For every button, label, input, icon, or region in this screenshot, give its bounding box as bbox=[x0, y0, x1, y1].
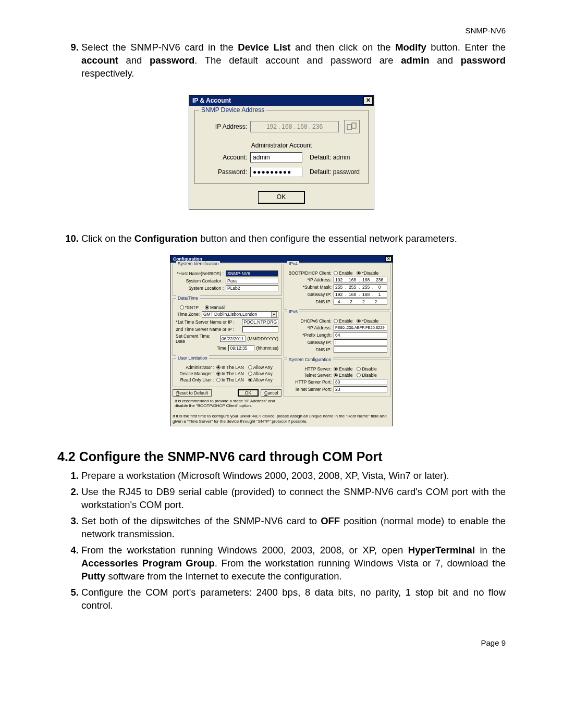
contactor-input[interactable]: Para bbox=[226, 278, 278, 284]
reset-default-button[interactable]: Reset to Default bbox=[173, 389, 212, 397]
ipv4-group: IPv4 BOOTP/DHCP Client: Enable *Disable … bbox=[284, 264, 390, 310]
dhcpv6-disable-radio[interactable] bbox=[357, 319, 361, 323]
system-configuration-group: System Configuration HTTP Server: Enable… bbox=[284, 360, 390, 397]
admin-inlan-radio[interactable] bbox=[216, 365, 221, 369]
dm-inlan-radio[interactable] bbox=[216, 372, 221, 376]
chevron-down-icon: ▼ bbox=[271, 312, 277, 317]
http-port-input[interactable]: 80 bbox=[334, 379, 387, 385]
step-5: Configure the COM port's parameters: 240… bbox=[81, 586, 506, 612]
password-label: Password: bbox=[205, 168, 250, 176]
timeserver1-input[interactable]: POOL.NTP.ORG bbox=[242, 319, 278, 325]
ip-address-field[interactable]: 192.168.168.236 bbox=[250, 121, 339, 132]
date-input[interactable]: 06/22/2011 bbox=[220, 336, 246, 342]
dialog-titlebar[interactable]: IP & Account ✕ bbox=[189, 95, 374, 106]
note-1: It is recommended to provide a static "I… bbox=[175, 399, 279, 409]
svg-rect-1 bbox=[352, 123, 356, 128]
section-heading: 4.2 Configure the SNMP-NV6 card through … bbox=[57, 449, 506, 464]
step-2: Use the RJ45 to DB9 serial cable (provid… bbox=[81, 486, 506, 512]
telnet-enable-radio[interactable] bbox=[334, 373, 338, 377]
note-2: If it is the first time to configure you… bbox=[173, 414, 390, 424]
telnet-port-input[interactable]: 23 bbox=[334, 386, 387, 392]
cancel-button[interactable]: Cancel bbox=[261, 389, 282, 397]
http-disable-radio[interactable] bbox=[357, 367, 361, 371]
page-footer: Page 9 bbox=[57, 638, 506, 647]
configuration-dialog: Configuration ✕ System Identification *H… bbox=[170, 255, 393, 426]
date-time-group: Date/Time *SNTP Manual Time Zone: GMT Du… bbox=[173, 298, 282, 356]
step-1: Prepare a workstation (Microsoft Windows… bbox=[81, 470, 506, 483]
dialog-title: IP & Account bbox=[192, 97, 231, 104]
system-identification-group: System Identification *Host Name(NetBIOS… bbox=[173, 264, 282, 296]
ipv6-prefix-input[interactable]: 64 bbox=[334, 332, 387, 338]
ro-inlan-radio[interactable] bbox=[216, 378, 221, 382]
step-3: Set both of the dipswitches of the SNMP-… bbox=[81, 515, 506, 541]
account-default: Default: admin bbox=[302, 154, 350, 161]
timezone-select[interactable]: GMT Dublin,Lisbon,London▼ bbox=[202, 311, 278, 318]
ipv6-gw-input[interactable]: :: bbox=[334, 339, 387, 346]
ok-button[interactable]: OK bbox=[238, 389, 259, 397]
browse-icon[interactable] bbox=[344, 120, 360, 133]
telnet-disable-radio[interactable] bbox=[357, 373, 361, 377]
ipv4-mask-input[interactable]: 255 . 255 . 255 . 0 bbox=[334, 284, 387, 290]
user-limitation-group: User Limitation Administrator : In The L… bbox=[173, 358, 282, 387]
svg-rect-0 bbox=[347, 125, 351, 130]
ip-label: IP Address: bbox=[205, 123, 250, 130]
bootp-enable-radio[interactable] bbox=[334, 271, 338, 275]
ipv4-dns-input[interactable]: 4 . 2 . 2 . 2 bbox=[334, 299, 387, 305]
hostname-input[interactable]: SNMP-NV6 bbox=[226, 270, 278, 277]
http-enable-radio[interactable] bbox=[334, 367, 338, 371]
ipv6-dns-input[interactable]: :: bbox=[334, 347, 387, 353]
close-icon[interactable]: ✕ bbox=[385, 256, 391, 262]
ro-allow-radio[interactable] bbox=[248, 378, 252, 382]
bootp-disable-radio[interactable] bbox=[357, 271, 361, 275]
sntp-radio[interactable] bbox=[180, 305, 184, 310]
ipv6-ip-input[interactable]: FE80::230:ABFF:FE26:8229 bbox=[334, 325, 387, 331]
ip-account-dialog: IP & Account ✕ SNMP Device Address IP Ad… bbox=[189, 95, 374, 209]
ipv6-group: IPv6 DHCPv6 Client: Enable *Disable *IP … bbox=[284, 312, 390, 357]
close-icon[interactable]: ✕ bbox=[363, 96, 373, 105]
account-label: Account: bbox=[205, 154, 250, 161]
admin-allow-radio[interactable] bbox=[248, 365, 252, 369]
timeserver2-input[interactable] bbox=[242, 326, 278, 332]
account-input[interactable]: admin bbox=[250, 152, 302, 163]
ipv4-ip-input[interactable]: 192 . 168 . 168 . 236 bbox=[334, 277, 387, 283]
manual-radio[interactable] bbox=[205, 305, 209, 310]
admin-header: Administrator Account bbox=[199, 142, 364, 149]
step-10: Click on the Configuration button and th… bbox=[81, 232, 506, 245]
page-header: SNMP-NV6 bbox=[57, 26, 506, 35]
groupbox-legend: SNMP Device Address bbox=[199, 106, 266, 114]
password-input[interactable]: ●●●●●●●●● bbox=[250, 167, 302, 177]
password-default: Default: password bbox=[302, 168, 360, 176]
ok-button[interactable]: OK bbox=[258, 191, 305, 204]
step-9: Select the SNMP-NV6 card in the Device L… bbox=[81, 41, 506, 80]
dhcpv6-enable-radio[interactable] bbox=[334, 319, 338, 323]
location-input[interactable]: PLab2 bbox=[226, 285, 278, 291]
step-4: From the workstation running Windows 200… bbox=[81, 544, 506, 583]
time-input[interactable]: 09:12:35 bbox=[228, 345, 254, 351]
ipv4-gw-input[interactable]: 192 . 168 . 168 . 1 bbox=[334, 291, 387, 298]
dm-allow-radio[interactable] bbox=[248, 372, 252, 376]
